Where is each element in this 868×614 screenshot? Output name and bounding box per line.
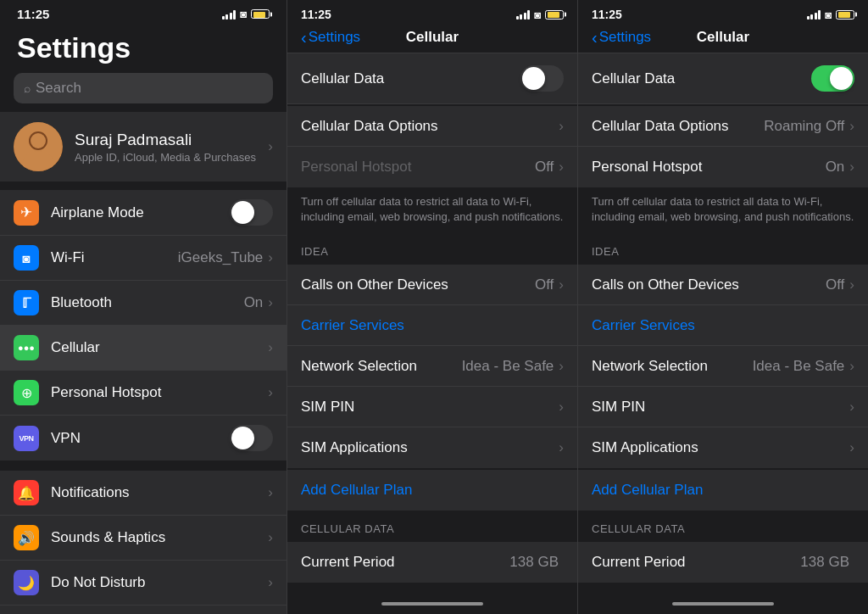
sounds-icon: 🔊 bbox=[14, 525, 39, 550]
right-description: Turn off cellular data to restrict all d… bbox=[578, 187, 868, 233]
profile-row[interactable]: Suraj Padmasali Apple ID, iCloud, Media … bbox=[0, 112, 287, 181]
time-mid: 11:25 bbox=[301, 8, 331, 21]
airplane-toggle[interactable] bbox=[230, 199, 273, 226]
hotspot-chevron: › bbox=[268, 384, 273, 401]
profile-subtitle: Apple ID, iCloud, Media & Purchases bbox=[75, 151, 268, 164]
status-icons-mid: ◙ bbox=[516, 8, 564, 21]
back-chevron-right: ‹ bbox=[592, 28, 598, 47]
mid-item-sim-pin[interactable]: SIM PIN › bbox=[287, 387, 577, 427]
right-item-cellular-data-options[interactable]: Cellular Data Options Roaming Off › bbox=[578, 106, 868, 147]
right-value-network-selection: Idea - Be Safe bbox=[753, 358, 845, 375]
signal-icon-mid bbox=[516, 9, 531, 20]
airplane-label: Airplane Mode bbox=[51, 204, 230, 221]
mid-chevron-personal-hotspot: › bbox=[559, 159, 564, 176]
bluetooth-label: Bluetooth bbox=[51, 294, 244, 311]
mid-value-personal-hotspot: Off bbox=[535, 159, 554, 176]
right-item-personal-hotspot[interactable]: Personal Hotspot On › bbox=[578, 147, 868, 187]
mid-add-plan-list: Add Cellular Plan bbox=[287, 470, 577, 511]
mid-section-idea: IDEA bbox=[287, 233, 577, 263]
general-section: 🔔 Notifications › 🔊 Sounds & Haptics › 🌙… bbox=[0, 471, 287, 614]
wifi-label: Wi-Fi bbox=[51, 249, 178, 266]
settings-item-bluetooth[interactable]: ℾ Bluetooth On › bbox=[0, 281, 287, 326]
profile-info: Suraj Padmasali Apple ID, iCloud, Media … bbox=[75, 131, 268, 164]
status-bar-right: 11:25 ◙ bbox=[578, 0, 868, 25]
right-item-carrier-services[interactable]: Carrier Services bbox=[578, 305, 868, 346]
right-item-sim-pin[interactable]: SIM PIN › bbox=[578, 387, 868, 427]
search-input[interactable] bbox=[36, 80, 263, 97]
right-label-current-period: Current Period bbox=[592, 554, 800, 571]
mid-section-cellular-data: CELLULAR DATA bbox=[287, 511, 577, 540]
right-label-add-cellular-plan: Add Cellular Plan bbox=[592, 482, 854, 499]
right-value-personal-hotspot: On bbox=[826, 159, 845, 176]
mid-item-sim-applications[interactable]: SIM Applications › bbox=[287, 427, 577, 468]
mid-cell-list: Cellular Data Options › Personal Hotspot… bbox=[287, 106, 577, 187]
mid-chevron-network-selection: › bbox=[559, 358, 564, 375]
bluetooth-icon: ℾ bbox=[14, 290, 39, 315]
mid-item-network-selection[interactable]: Network Selection Idea - Be Safe › bbox=[287, 346, 577, 387]
right-item-add-cellular-plan[interactable]: Add Cellular Plan bbox=[578, 470, 868, 511]
mid-item-personal-hotspot[interactable]: Personal Hotspot Off › bbox=[287, 147, 577, 187]
right-label-sim-pin: SIM PIN bbox=[592, 399, 849, 416]
back-button-right[interactable]: ‹ Settings bbox=[592, 28, 651, 47]
settings-item-hotspot[interactable]: ⊕ Personal Hotspot › bbox=[0, 371, 287, 416]
home-indicator-mid bbox=[287, 597, 577, 614]
vpn-toggle[interactable] bbox=[230, 425, 273, 451]
settings-item-notifications[interactable]: 🔔 Notifications › bbox=[0, 471, 287, 516]
mid-label-sim-applications: SIM Applications bbox=[301, 439, 559, 456]
hotspot-label: Personal Hotspot bbox=[51, 384, 268, 401]
right-current-period-list: Current Period 138 GB bbox=[578, 542, 868, 583]
mid-item-carrier-services[interactable]: Carrier Services bbox=[287, 305, 577, 346]
sounds-label: Sounds & Haptics bbox=[51, 529, 268, 546]
settings-item-donotdisturb[interactable]: 🌙 Do Not Disturb › bbox=[0, 561, 287, 606]
cellular-data-toggle-right[interactable] bbox=[811, 65, 854, 92]
settings-item-vpn[interactable]: VPN VPN bbox=[0, 416, 287, 460]
cellular-icon: ●●● bbox=[14, 335, 39, 360]
right-item-calls-other[interactable]: Calls on Other Devices Off › bbox=[578, 265, 868, 305]
settings-title: Settings bbox=[0, 25, 287, 70]
search-bar[interactable]: ⌕ bbox=[14, 73, 273, 103]
avatar bbox=[14, 122, 63, 171]
right-label-personal-hotspot: Personal Hotspot bbox=[592, 159, 826, 176]
status-bar-left: 11:25 ◙ bbox=[0, 0, 287, 25]
settings-panel: 11:25 ◙ Settings ⌕ bbox=[0, 0, 287, 614]
settings-item-cellular[interactable]: ●●● Cellular › bbox=[0, 326, 287, 371]
bluetooth-chevron: › bbox=[268, 294, 273, 311]
cellular-data-toggle-mid[interactable] bbox=[520, 65, 564, 92]
mid-label-add-cellular-plan: Add Cellular Plan bbox=[301, 482, 564, 499]
mid-value-calls-other: Off bbox=[535, 276, 554, 293]
right-section-cellular-data: CELLULAR DATA bbox=[578, 511, 868, 540]
right-label-network-selection: Network Selection bbox=[592, 358, 753, 375]
right-item-sim-applications[interactable]: SIM Applications › bbox=[578, 427, 868, 468]
nav-bar-right: ‹ Settings Cellular bbox=[578, 25, 868, 53]
right-chevron-sim-pin: › bbox=[849, 399, 854, 416]
settings-item-screentime[interactable]: ⏱ Screen Time › bbox=[0, 606, 287, 614]
mid-item-cellular-data-options[interactable]: Cellular Data Options › bbox=[287, 106, 577, 147]
wifi-value: iGeeks_Tube bbox=[178, 249, 263, 266]
status-icons-left: ◙ bbox=[222, 8, 270, 20]
cellular-label: Cellular bbox=[51, 339, 268, 356]
settings-item-sounds[interactable]: 🔊 Sounds & Haptics › bbox=[0, 516, 287, 561]
mid-label-carrier-services: Carrier Services bbox=[301, 317, 564, 334]
right-value-current-period: 138 GB bbox=[800, 554, 849, 571]
wifi-icon-right: ◙ bbox=[825, 8, 832, 21]
mid-item-calls-other[interactable]: Calls on Other Devices Off › bbox=[287, 265, 577, 305]
mid-idea-list: Calls on Other Devices Off › Carrier Ser… bbox=[287, 265, 577, 468]
notifications-chevron: › bbox=[268, 484, 273, 501]
battery-icon-mid bbox=[545, 10, 564, 20]
profile-chevron: › bbox=[268, 138, 273, 155]
settings-item-wifi[interactable]: ◙ Wi-Fi iGeeks_Tube › bbox=[0, 236, 287, 281]
right-value-calls-other: Off bbox=[826, 276, 844, 293]
mid-item-add-cellular-plan[interactable]: Add Cellular Plan bbox=[287, 470, 577, 511]
right-value-cellular-data-options: Roaming Off bbox=[764, 118, 844, 135]
mid-chevron-cellular-data-options: › bbox=[559, 118, 564, 135]
signal-icon-right bbox=[807, 9, 821, 20]
back-chevron-mid: ‹ bbox=[301, 28, 307, 47]
hotspot-icon: ⊕ bbox=[14, 380, 39, 405]
nav-title-mid: Cellular bbox=[406, 29, 459, 46]
back-button-mid[interactable]: ‹ Settings bbox=[301, 28, 360, 47]
notifications-icon: 🔔 bbox=[14, 480, 39, 505]
settings-item-airplane[interactable]: ✈ Airplane Mode bbox=[0, 190, 287, 236]
right-item-network-selection[interactable]: Network Selection Idea - Be Safe › bbox=[578, 346, 868, 387]
wifi-icon: ◙ bbox=[240, 8, 247, 20]
right-label-sim-applications: SIM Applications bbox=[592, 439, 849, 456]
